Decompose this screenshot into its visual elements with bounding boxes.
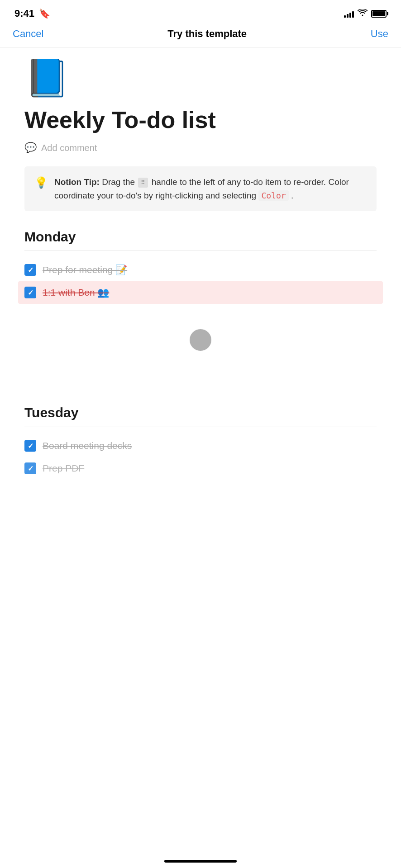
battery-icon (371, 10, 387, 18)
checkbox-3[interactable]: ✓ (24, 440, 36, 452)
status-time: 9:41 (14, 8, 34, 19)
monday-item-1-text: Prep for meeting 📝 (43, 264, 127, 275)
comment-placeholder: Add comment (41, 143, 97, 153)
tuesday-divider (24, 426, 377, 426)
book-icon: 📘 (24, 60, 377, 96)
status-icons (344, 9, 387, 19)
checkbox-4[interactable]: ✓ (24, 462, 36, 474)
tip-text: Notion Tip: Drag the ⠿ handle to the lef… (54, 175, 367, 202)
tuesday-item-1: ✓ Board meeting decks (24, 434, 377, 457)
status-bar: 9:41 🔖 (0, 0, 401, 24)
tuesday-item-2: ✓ Prep PDF (24, 457, 377, 480)
add-comment-button[interactable]: 💬 Add comment (24, 142, 377, 154)
comment-icon: 💬 (24, 142, 37, 154)
signal-icon (344, 9, 354, 18)
monday-title: Monday (24, 229, 377, 245)
tuesday-item-1-text: Board meeting decks (43, 440, 132, 451)
checkbox-1[interactable]: ✓ (24, 264, 36, 276)
drag-handle-icon: ⠿ (138, 178, 148, 188)
notion-tip-box: 💡 Notion Tip: Drag the ⠿ handle to the l… (24, 166, 377, 211)
nav-title: Try this template (167, 28, 247, 40)
tuesday-item-2-text: Prep PDF (43, 463, 84, 474)
content-area: 📘 Weekly To-do list 💬 Add comment 💡 Noti… (0, 47, 401, 509)
tuesday-title: Tuesday (24, 405, 377, 420)
monday-divider (24, 250, 377, 250)
use-button[interactable]: Use (371, 28, 388, 40)
tip-icon: 💡 (34, 176, 48, 189)
monday-item-2: ✓ 1:1 with Ben 👥 (18, 281, 383, 304)
page-title: Weekly To-do list (24, 107, 377, 133)
scroll-indicator (24, 320, 377, 369)
checkbox-2[interactable]: ✓ (24, 287, 36, 298)
tip-body: Drag the (102, 177, 137, 187)
tip-bold: Notion Tip: (54, 177, 100, 187)
nav-bar: Cancel Try this template Use (0, 24, 401, 47)
monday-item-1: ✓ Prep for meeting 📝 (24, 259, 377, 281)
scroll-dot (190, 329, 211, 351)
tip-suffix: . (291, 191, 293, 200)
cancel-button[interactable]: Cancel (13, 28, 43, 40)
bookmark-icon: 🔖 (39, 8, 50, 19)
monday-item-2-text: 1:1 with Ben 👥 (43, 287, 109, 298)
wifi-icon (358, 9, 368, 19)
monday-section: Monday ✓ Prep for meeting 📝 ✓ 1:1 with B… (24, 229, 377, 304)
color-code: Color (258, 190, 288, 201)
home-indicator (164, 860, 237, 863)
tuesday-section: Tuesday ✓ Board meeting decks ✓ Prep PDF (24, 405, 377, 480)
spacer (24, 369, 377, 405)
